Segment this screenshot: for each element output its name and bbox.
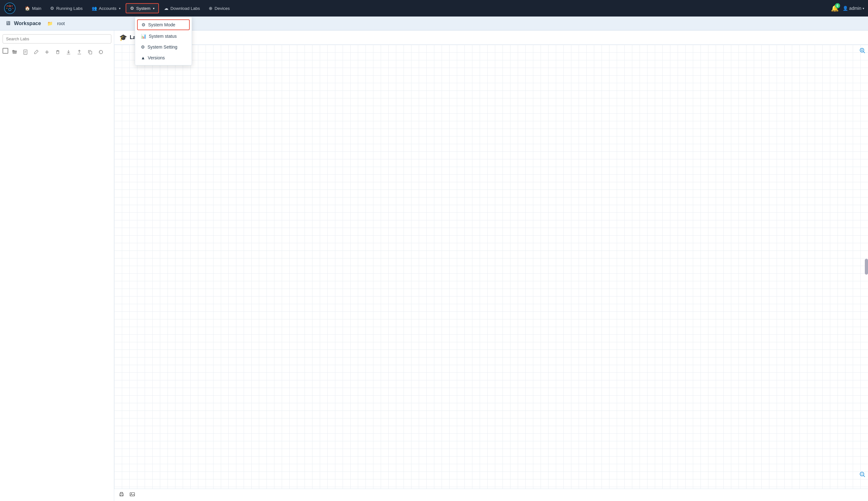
- add-button[interactable]: [43, 48, 52, 56]
- zoom-out-icon[interactable]: [859, 471, 866, 479]
- select-all-checkbox[interactable]: [2, 48, 8, 54]
- right-panel: 🎓 Lab Preview: [114, 31, 868, 501]
- delete-icon: [55, 49, 61, 55]
- nav-devices[interactable]: ⊕ Devices: [205, 4, 233, 13]
- new-file-button[interactable]: [21, 48, 30, 56]
- system-status-icon: 📊: [141, 34, 146, 39]
- notifications-bell[interactable]: 🔔 0: [831, 4, 839, 12]
- print-icon: [119, 491, 124, 497]
- new-file-icon: [23, 49, 28, 55]
- lab-preview-header: 🎓 Lab Preview: [114, 31, 868, 45]
- root-folder-icon: 📁: [47, 21, 53, 26]
- export-button[interactable]: [75, 48, 84, 56]
- admin-menu[interactable]: 👤 admin ▾: [843, 6, 864, 11]
- devices-icon: ⊕: [209, 6, 212, 11]
- canvas-bottom-bar: [114, 489, 868, 501]
- workspace-icon: 🖥: [5, 20, 11, 27]
- system-icon: ⚙: [130, 6, 134, 11]
- edit-button[interactable]: [32, 48, 41, 56]
- scrollbar-handle[interactable]: [865, 259, 868, 275]
- admin-caret-icon: ▾: [862, 7, 864, 10]
- open-folder-button[interactable]: [10, 48, 19, 56]
- dropdown-system-status[interactable]: 📊 System status: [135, 31, 191, 42]
- image-button[interactable]: [128, 491, 136, 499]
- nav-right: 🔔 0 👤 admin ▾: [831, 4, 864, 12]
- system-caret-icon: ▾: [153, 7, 154, 10]
- edit-icon: [33, 49, 39, 55]
- navbar: PNET 🏠 Main ⚙ Running Labs 👥 Accounts ▾ …: [0, 0, 868, 17]
- accounts-caret-icon: ▾: [119, 7, 121, 10]
- import-button[interactable]: [64, 48, 73, 56]
- accounts-icon: 👥: [92, 6, 97, 11]
- home-icon: 🏠: [25, 6, 30, 11]
- notification-badge: 0: [835, 3, 840, 8]
- left-panel: [0, 31, 114, 501]
- refresh-button[interactable]: [97, 48, 105, 56]
- nav-system[interactable]: ⚙ System ▾: [125, 3, 159, 13]
- workspace-bar: 🖥 Workspace 📁 root: [0, 17, 868, 31]
- copy-icon: [87, 49, 93, 55]
- brand-logo: PNET: [4, 2, 16, 14]
- nav-download-labs[interactable]: ☁ Download Labs: [160, 4, 204, 13]
- system-mode-icon: ⚙: [142, 22, 146, 27]
- lab-canvas: [114, 45, 868, 489]
- breadcrumb-root: root: [57, 21, 65, 26]
- svg-rect-17: [89, 51, 92, 54]
- graduation-icon: 🎓: [119, 34, 127, 41]
- running-icon: ⚙: [50, 6, 54, 11]
- svg-line-19: [864, 52, 865, 53]
- toolbar: [2, 47, 111, 57]
- nav-running-labs[interactable]: ⚙ Running Labs: [46, 4, 86, 13]
- export-icon: [76, 49, 82, 55]
- add-icon: [44, 49, 50, 55]
- versions-icon: ▲: [141, 55, 145, 60]
- workspace-title: Workspace: [14, 21, 41, 26]
- zoom-in-icon[interactable]: [859, 47, 866, 55]
- system-setting-icon: ⚙: [141, 44, 145, 50]
- svg-rect-12: [56, 51, 59, 54]
- svg-point-28: [131, 493, 132, 494]
- brand: PNET: [4, 2, 16, 14]
- svg-line-23: [864, 476, 865, 477]
- nav-items: 🏠 Main ⚙ Running Labs 👥 Accounts ▾ ⚙ Sys…: [21, 3, 831, 13]
- user-icon: 👤: [843, 6, 848, 11]
- download-icon: ☁: [164, 6, 168, 11]
- folder-open-icon: [12, 49, 18, 55]
- nav-accounts[interactable]: 👥 Accounts ▾: [88, 4, 125, 13]
- svg-rect-27: [130, 493, 134, 496]
- main-area: 🎓 Lab Preview: [0, 31, 868, 501]
- dropdown-system-setting[interactable]: ⚙ System Setting: [135, 42, 191, 52]
- dropdown-system-mode[interactable]: ⚙ System Mode: [137, 19, 190, 30]
- import-icon: [66, 49, 72, 55]
- system-dropdown: ⚙ System Mode 📊 System status ⚙ System S…: [135, 17, 192, 65]
- dropdown-versions[interactable]: ▲ Versions: [135, 52, 191, 63]
- delete-button[interactable]: [53, 48, 62, 56]
- image-icon: [130, 491, 135, 497]
- copy-button[interactable]: [86, 48, 95, 56]
- print-button[interactable]: [117, 491, 125, 499]
- refresh-icon: [98, 49, 104, 55]
- search-input[interactable]: [2, 34, 111, 43]
- nav-main[interactable]: 🏠 Main: [21, 4, 45, 13]
